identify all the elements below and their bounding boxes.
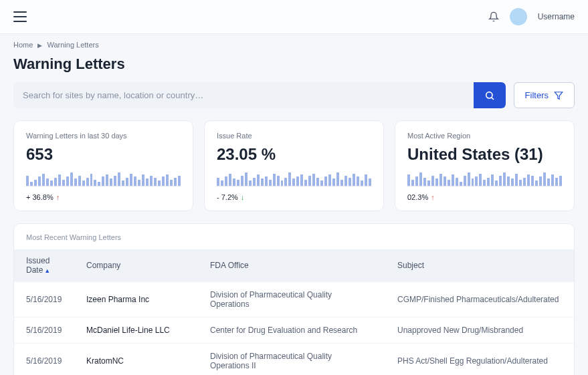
stat-card: Issue Rate 23.05 % - 7.2% ↓ [204,120,384,211]
svg-point-0 [486,92,492,98]
bell-icon[interactable] [488,11,499,22]
cell-subject: CGMP/Finished Pharmaceuticals/Adulterate… [385,282,574,318]
filters-label: Filters [525,90,549,100]
search-input[interactable] [13,82,474,108]
table-card: Most Recent Warning Letters Issued Date▲… [13,223,575,375]
cell-office: Division of Pharmaceutical Quality Opera… [198,344,385,376]
chevron-right-icon: ▶ [37,42,42,49]
cell-company: Izeen Pharma Inc [74,282,198,318]
col-subject[interactable]: Subject [385,249,574,282]
stat-label: Issue Rate [217,132,371,140]
breadcrumb-home[interactable]: Home [13,41,33,49]
cell-date: 5/16/2019 [14,344,74,376]
menu-icon[interactable] [13,11,27,22]
avatar[interactable] [510,8,527,25]
stat-card: Warning Letters in last 30 days 653 + 36… [13,120,193,211]
sparkline-chart [26,170,181,186]
sort-icon: ▲ [44,267,50,274]
table-header-row: Issued Date▲ Company FDA Office Subject [14,249,574,282]
username-label: Username [538,12,575,21]
cell-subject: Unapproved New Drug/Misbranded [385,318,574,344]
cell-date: 5/16/2019 [14,282,74,318]
table-row: 5/16/2019 McDaniel Life-Line LLC Center … [14,318,574,344]
stat-label: Most Active Region [407,132,562,140]
cell-company: KratomNC [74,344,198,376]
table-title: Most Recent Warning Letters [14,233,574,249]
cell-date: 5/16/2019 [14,318,74,344]
cell-office: Center for Drug Evaluation and Research [198,318,385,344]
table-row: 5/16/2019 KratomNC Division of Pharmaceu… [14,344,574,376]
search-box [13,82,506,108]
col-company[interactable]: Company [74,249,198,282]
breadcrumb: Home ▶ Warning Letters [0,34,588,51]
cell-subject: PHS Act/Shell Egg Regulation/Adulterated [385,344,574,376]
page-title: Warning Letters [0,51,588,82]
warning-letters-table: Issued Date▲ Company FDA Office Subject … [14,249,574,375]
trend-up-icon: ↑ [431,193,435,201]
filter-icon [554,91,563,100]
stat-change: + 36.8% ↑ [26,193,181,201]
stat-card: Most Active Region United States (31) 02… [395,120,575,211]
cell-company: McDaniel Life-Line LLC [74,318,198,344]
topbar-right: Username [488,8,575,25]
top-bar: Username [0,0,588,34]
search-row: Filters [0,82,588,120]
search-icon [484,90,495,101]
cell-office: Division of Pharmaceutical Quality Opera… [198,282,385,318]
stat-value: 653 [26,145,181,164]
sparkline-chart [217,170,371,186]
table-row: 5/16/2019 Izeen Pharma Inc Division of P… [14,282,574,318]
stat-value: 23.05 % [217,145,371,164]
stats-row: Warning Letters in last 30 days 653 + 36… [0,120,588,223]
col-fda-office[interactable]: FDA Office [198,249,385,282]
search-button[interactable] [474,82,506,108]
filters-button[interactable]: Filters [514,82,575,108]
trend-up-icon: ↑ [56,193,60,201]
stat-label: Warning Letters in last 30 days [26,132,181,140]
stat-value: United States (31) [407,145,562,164]
stat-change: - 7.2% ↓ [217,193,371,201]
sparkline-chart [407,170,562,186]
col-issued-date[interactable]: Issued Date▲ [14,249,74,282]
stat-change: 02.3% ↑ [407,193,562,201]
trend-down-icon: ↓ [241,193,245,201]
breadcrumb-current: Warning Letters [47,41,98,49]
